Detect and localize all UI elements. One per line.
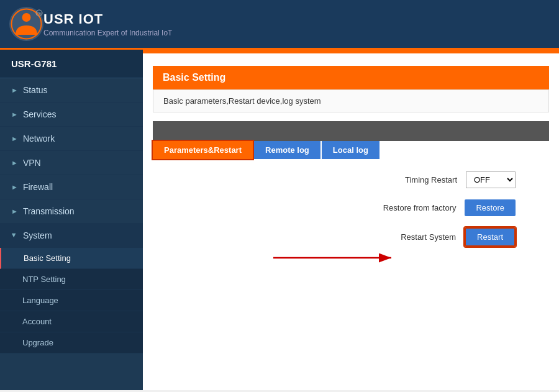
app-title: USR IOT (43, 11, 172, 27)
chevron-right-icon: ► (11, 207, 18, 215)
chevron-down-icon: ► (11, 232, 18, 239)
sidebar-item-firewall[interactable]: ► Firewall (0, 175, 143, 199)
chevron-right-icon: ► (11, 111, 18, 118)
usr-logo: TM (9, 7, 43, 41)
form-area: Timing Restart OFF ON Restore from facto… (143, 159, 559, 270)
section-header: Basic Setting (153, 66, 549, 89)
sidebar-item-label: VPN (23, 158, 41, 168)
chevron-right-icon: ► (11, 159, 18, 166)
sidebar-item-system[interactable]: ► System (0, 224, 143, 248)
tab-params-restart[interactable]: Parameters&Restart (153, 141, 253, 159)
timing-restart-label: Timing Restart (376, 175, 457, 185)
tab-remote-log[interactable]: Remote log (254, 141, 320, 159)
main-layout: USR-G781 ► Status ► Services ► Network ►… (0, 50, 559, 390)
header-branding: USR IOT Communication Expert of Industri… (43, 11, 172, 37)
sidebar: USR-G781 ► Status ► Services ► Network ►… (0, 50, 143, 390)
device-title: USR-G781 (0, 50, 143, 78)
sidebar-item-transmission[interactable]: ► Transmission (0, 199, 143, 224)
tab-local-log[interactable]: Local log (322, 141, 379, 159)
chevron-right-icon: ► (11, 183, 18, 191)
chevron-right-icon: ► (11, 135, 18, 142)
restore-label: Restore from factory (375, 203, 456, 212)
sidebar-item-label: Transmission (23, 206, 75, 216)
system-submenu: Basic Setting NTP Setting Language Accou… (0, 248, 143, 353)
timing-restart-row: Timing Restart OFF ON (161, 171, 540, 188)
sidebar-item-network[interactable]: ► Network (0, 127, 143, 151)
sidebar-subitem-upgrade[interactable]: Upgrade (0, 332, 143, 353)
restart-label: Restart System (375, 232, 456, 242)
sidebar-item-label: System (23, 230, 52, 240)
app-header: TM USR IOT Communication Expert of Indus… (0, 0, 559, 50)
sidebar-subitem-account[interactable]: Account (0, 311, 143, 332)
main-content: Basic Setting Basic parameters,Restart d… (143, 50, 559, 390)
svg-text:TM: TM (37, 12, 41, 16)
svg-point-2 (22, 13, 31, 22)
restore-button[interactable]: Restore (465, 199, 516, 216)
restart-row: Restart System Restart (161, 227, 540, 247)
app-subtitle: Communication Expert of Industrial IoT (43, 29, 172, 37)
section-description: Basic parameters,Restart device,log syst… (153, 89, 549, 112)
sidebar-subitem-language[interactable]: Language (0, 290, 143, 311)
dark-bar (153, 121, 549, 141)
sidebar-item-label: Status (23, 85, 48, 95)
sidebar-item-status[interactable]: ► Status (0, 78, 143, 103)
timing-restart-select[interactable]: OFF ON (466, 171, 516, 188)
sidebar-item-label: Services (23, 109, 57, 119)
restart-button[interactable]: Restart (465, 227, 516, 247)
chevron-right-icon: ► (11, 86, 18, 94)
sidebar-subitem-ntp-setting[interactable]: NTP Setting (0, 269, 143, 290)
sidebar-item-label: Network (23, 134, 55, 144)
sidebar-subitem-basic-setting[interactable]: Basic Setting (0, 248, 143, 269)
restore-row: Restore from factory Restore (161, 199, 540, 216)
top-stripe (143, 50, 559, 53)
content-area: Basic Setting Basic parameters,Restart d… (143, 66, 559, 270)
sidebar-item-label: Firewall (23, 182, 53, 192)
sidebar-item-services[interactable]: ► Services (0, 103, 143, 127)
tabs-row: Parameters&Restart Remote log Local log (153, 141, 549, 159)
sidebar-item-vpn[interactable]: ► VPN (0, 151, 143, 175)
